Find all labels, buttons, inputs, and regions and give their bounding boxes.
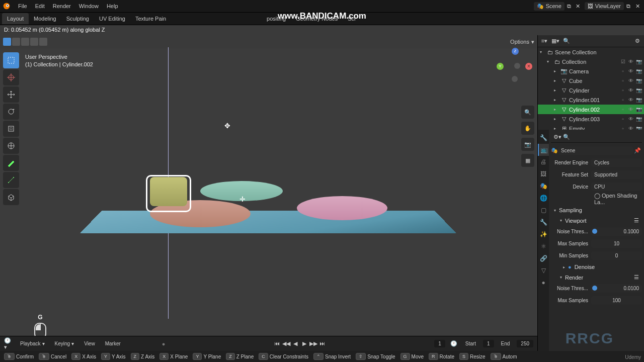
denoise-subsection[interactable]: ▸●Denoise (551, 262, 642, 272)
timeline-editor-icon[interactable]: 🕐▾ (4, 339, 13, 348)
copy-scene-icon[interactable]: ⧉ (565, 2, 574, 11)
prop-tab-data[interactable]: ▽ (538, 264, 549, 277)
transform-status-line: D: 0.05452 m (0.05452 m) along global Z (0, 25, 644, 35)
list-icon[interactable]: ☰ (634, 217, 639, 224)
render-toggle-icon[interactable]: 📷 (635, 59, 642, 64)
autokey-icon[interactable]: ● (162, 341, 166, 347)
prop-tab-constraint[interactable]: 🔗 (538, 252, 549, 264)
start-frame[interactable]: 1 (483, 340, 494, 347)
properties-tabs: 🔧 📺 🖨 🖼 🎭 🌐 ▢ 🔧 ✨ ⚛ 🔗 ▽ ● (538, 130, 549, 351)
menu-edit[interactable]: Edit (31, 1, 49, 11)
cylinder-selected (150, 177, 187, 206)
eye-icon[interactable]: 👁 (627, 68, 634, 74)
eye-icon[interactable]: 👁 (627, 78, 634, 83)
menu-window[interactable]: Window (75, 1, 103, 11)
close-viewlayer-icon[interactable]: ✕ (633, 2, 642, 11)
prop-tab-world[interactable]: 🌐 (538, 192, 549, 204)
max-samples-vp-field[interactable]: 10 (591, 239, 642, 248)
pin-icon[interactable]: 📌 (633, 146, 642, 155)
timeline-view[interactable]: View (81, 340, 98, 347)
prev-keyframe-icon[interactable]: ◀◀ (282, 340, 290, 347)
outliner-item-cylinder-001[interactable]: ▸ ▽ Cylinder.001 ▫👁📷 (538, 95, 644, 105)
eye-icon[interactable]: 👁 (627, 116, 634, 122)
viewport-subsection[interactable]: ▾Viewport☰ (551, 215, 642, 226)
watermark-bandicam: www.BANDICAM.com (278, 11, 366, 21)
eye-icon[interactable]: 👁 (627, 107, 634, 112)
play-icon[interactable]: ▶ (300, 340, 308, 347)
clock-icon[interactable]: 🕐 (449, 339, 458, 348)
copy-viewlayer-icon[interactable]: ⧉ (624, 2, 633, 11)
scene-name-field[interactable]: Scene (558, 146, 633, 155)
outliner-item-cube[interactable]: ▸ ▽ Cube ▫👁📷 (538, 76, 644, 85)
denoise-checkbox[interactable]: ● (568, 264, 572, 270)
eye-icon[interactable]: 👁 (627, 87, 634, 93)
prop-tab-output[interactable]: 🖨 (538, 156, 549, 168)
outliner-display-icon[interactable]: ▦▾ (551, 37, 560, 46)
outliner-item-cylinder-002[interactable]: ▸ ▽ Cylinder.002 ▫👁📷 (538, 105, 644, 114)
outliner-item-cylinder[interactable]: ▸ ▽ Cylinder ▫👁📷 (538, 85, 644, 95)
min-samples-vp-field[interactable]: 0 (591, 251, 642, 260)
osl-checkbox[interactable]: ◯ (594, 193, 600, 199)
current-frame[interactable]: 1 (434, 340, 445, 347)
eye-icon[interactable]: 👁 (627, 97, 634, 103)
tab-layout[interactable]: Layout (2, 13, 29, 24)
noise-thres-render-slider[interactable]: 0.0100 (591, 284, 642, 293)
tab-uv-editing[interactable]: UV Editing (94, 13, 130, 24)
tab-texture-paint[interactable]: Texture Pain (130, 13, 171, 24)
timeline-keying[interactable]: Keying▾ (52, 340, 77, 347)
max-samples-render-field[interactable]: 100 (591, 296, 642, 305)
search-icon[interactable]: 🔍 (562, 133, 571, 142)
scene-selector[interactable]: 🎭 Scene (534, 2, 565, 11)
menu-help[interactable]: Help (103, 1, 122, 11)
svg-point-2 (7, 5, 8, 7)
play-reverse-icon[interactable]: ◀ (291, 340, 299, 347)
collection-icon: 🗀 (553, 59, 561, 65)
outliner-item-camera[interactable]: ▸ 📷 Camera ▫👁📷 (538, 66, 644, 76)
hint-cancel: 🖱Cancel (37, 353, 68, 360)
menu-render[interactable]: Render (49, 1, 75, 11)
prop-tab-tool[interactable]: 🔧 (538, 132, 549, 144)
timeline-marker[interactable]: Marker (102, 340, 124, 347)
menu-file[interactable]: File (14, 1, 31, 11)
screencast-key: G (34, 314, 46, 321)
render-subsection[interactable]: ▾Render☰ (551, 272, 642, 283)
list-icon[interactable]: ☰ (634, 274, 639, 281)
jump-start-icon[interactable]: ⏮ (273, 340, 281, 347)
search-icon[interactable]: 🔍 (562, 37, 571, 46)
next-keyframe-icon[interactable]: ▶▶ (309, 340, 317, 347)
render-engine-dropdown[interactable]: Cycles (591, 158, 642, 167)
3d-viewport[interactable]: Options ▾ User Perspective (1) Collectio… (0, 35, 537, 351)
filter-icon[interactable]: ⚙ (633, 37, 642, 46)
outliner-item-cylinder-003[interactable]: ▸ ▽ Cylinder.003 ▫👁📷 (538, 114, 644, 124)
blender-logo-icon (2, 2, 11, 11)
prop-tab-modifier[interactable]: 🔧 (538, 216, 549, 228)
outliner-mode-icon[interactable]: ≡▾ (540, 37, 549, 46)
prop-tab-physics[interactable]: ⚛ (538, 240, 549, 252)
outliner-scene-collection[interactable]: ▾ 🗀 Scene Collection (538, 47, 644, 57)
tab-sculpting[interactable]: Sculpting (61, 13, 94, 24)
sampling-section[interactable]: ▾Sampling (551, 205, 642, 215)
close-scene-icon[interactable]: ✕ (574, 2, 583, 11)
prop-tab-scene[interactable]: 🎭 (538, 180, 549, 192)
end-label: End (501, 341, 510, 346)
device-dropdown[interactable]: CPU (591, 183, 642, 191)
timeline-playback[interactable]: Playback▾ (17, 340, 48, 347)
prop-tab-viewlayer[interactable]: 🖼 (538, 168, 549, 180)
prop-tab-object[interactable]: ▢ (538, 204, 549, 216)
collection-toggle-icon[interactable]: ☑ (619, 59, 626, 64)
hint-snap-toggle: ⇧Snap Toggle (354, 353, 397, 360)
editor-type-icon[interactable]: ⚙▾ (553, 133, 562, 142)
prop-tab-render[interactable]: 📺 (538, 144, 549, 156)
jump-end-icon[interactable]: ⏭ (318, 340, 327, 347)
noise-thres-vp-slider[interactable]: 0.1000 (591, 227, 642, 236)
prop-tab-particle[interactable]: ✨ (538, 228, 549, 240)
prop-tab-material[interactable]: ● (538, 277, 549, 289)
viewlayer-name: ViewLayer (595, 3, 621, 9)
tab-modeling[interactable]: Modeling (29, 13, 61, 24)
eye-icon[interactable]: 👁 (627, 59, 634, 64)
mesh-icon: ▽ (560, 77, 568, 84)
viewlayer-selector[interactable]: 🖼 ViewLayer (585, 2, 624, 10)
feature-set-dropdown[interactable]: Supported (591, 170, 642, 179)
outliner-collection[interactable]: ▾ 🗀 Collection ☑👁📷 (538, 57, 644, 66)
end-frame[interactable]: 250 (517, 340, 533, 347)
